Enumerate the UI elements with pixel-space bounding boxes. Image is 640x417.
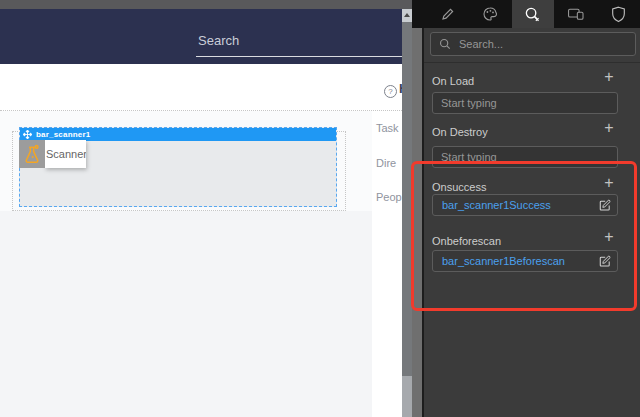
widget-drag-label: Scanner (45, 140, 86, 168)
section-label-on-load: On Load (432, 71, 474, 89)
canvas-side-label-people: Peop (376, 191, 402, 203)
add-onsuccess-button[interactable]: + (601, 175, 617, 191)
tab-devices[interactable] (554, 0, 597, 28)
panel-search[interactable] (430, 32, 636, 56)
on-destroy-input[interactable] (432, 146, 618, 168)
add-on-destroy-button[interactable]: + (601, 120, 617, 136)
section-label-on-destroy: On Destroy (432, 122, 488, 140)
events-icon (524, 6, 541, 23)
container-top-dotted-line (0, 110, 402, 111)
onsuccess-field: bar_scanner1Success (432, 194, 618, 216)
widget-name-label: bar_scanner1 (36, 130, 90, 139)
app-window: Search ? H Task Dire Peop bar_scanner1 S… (0, 0, 640, 417)
move-icon[interactable] (23, 130, 32, 139)
onbeforescan-handler-link[interactable]: bar_scanner1Beforescan (442, 255, 598, 267)
edit-icon (598, 254, 612, 268)
tab-security[interactable] (597, 0, 640, 28)
canvas-side-label-tasks: Task (376, 122, 399, 134)
scrollbar-up-button[interactable] (402, 9, 412, 22)
onbeforescan-field: bar_scanner1Beforescan (432, 250, 618, 272)
panel-tabbar (412, 0, 640, 28)
pencil-icon (440, 7, 455, 22)
tab-events[interactable] (512, 0, 555, 28)
palette-icon (482, 6, 498, 22)
onsuccess-handler-link[interactable]: bar_scanner1Success (442, 199, 598, 211)
panel-search-input[interactable] (457, 37, 611, 51)
add-on-load-button[interactable]: + (601, 69, 617, 85)
chevron-up-icon (404, 13, 410, 17)
canvas-lower-area (0, 211, 372, 417)
scrollbar-track[interactable] (402, 376, 412, 417)
shield-icon (611, 6, 626, 23)
navbar-search-underline (196, 56, 409, 57)
edit-onsuccess-button[interactable] (598, 198, 612, 212)
on-load-input[interactable] (432, 92, 618, 114)
add-onbeforescan-button[interactable]: + (601, 229, 617, 245)
section-label-onsuccess: Onsuccess (432, 177, 486, 195)
edit-icon (598, 198, 612, 212)
navbar-search-label[interactable]: Search (198, 33, 239, 48)
canvas-side-label-directory: Dire (376, 157, 396, 169)
window-top-strip (0, 0, 412, 9)
panel-divider (424, 62, 640, 63)
edit-onbeforescan-button[interactable] (598, 254, 612, 268)
scrollbar-thumb[interactable] (402, 22, 412, 376)
scanner-flask-icon (22, 143, 42, 165)
tab-styles[interactable] (469, 0, 512, 28)
widget-drag-icon-box (19, 140, 45, 168)
devices-icon (567, 7, 585, 21)
section-label-onbeforescan: Onbeforescan (432, 231, 501, 249)
search-icon (439, 38, 451, 50)
question-circle-icon: ? (384, 85, 397, 98)
tab-markup[interactable] (426, 0, 469, 28)
panel-edge-strip (412, 28, 422, 417)
